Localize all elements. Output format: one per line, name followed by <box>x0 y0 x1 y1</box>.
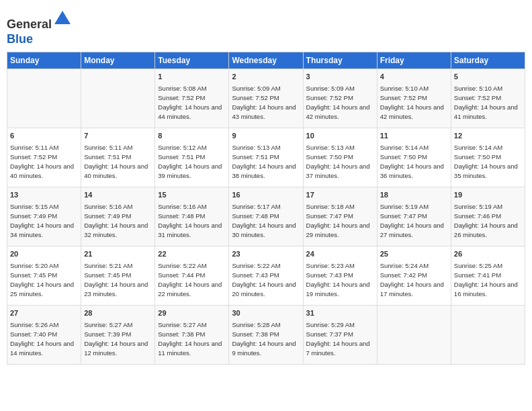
calendar-cell: 18Sunrise: 5:19 AM Sunset: 7:47 PM Dayli… <box>377 187 451 246</box>
week-row-3: 13Sunrise: 5:15 AM Sunset: 7:49 PM Dayli… <box>7 187 525 246</box>
day-info: Sunrise: 5:14 AM Sunset: 7:50 PM Dayligh… <box>454 144 518 179</box>
calendar-cell <box>81 69 155 128</box>
day-info: Sunrise: 5:09 AM Sunset: 7:52 PM Dayligh… <box>306 85 370 120</box>
weekday-sunday: Sunday <box>7 52 81 69</box>
calendar-cell: 26Sunrise: 5:25 AM Sunset: 7:41 PM Dayli… <box>451 246 525 306</box>
calendar-body: 1Sunrise: 5:08 AM Sunset: 7:52 PM Daylig… <box>7 69 525 365</box>
day-number: 2 <box>232 72 300 82</box>
day-info: Sunrise: 5:22 AM Sunset: 7:43 PM Dayligh… <box>232 262 296 298</box>
week-row-5: 27Sunrise: 5:26 AM Sunset: 7:40 PM Dayli… <box>7 306 525 365</box>
calendar-cell: 21Sunrise: 5:21 AM Sunset: 7:45 PM Dayli… <box>81 246 155 306</box>
day-info: Sunrise: 5:09 AM Sunset: 7:52 PM Dayligh… <box>232 85 296 120</box>
logo: General Blue <box>7 9 72 46</box>
day-info: Sunrise: 5:14 AM Sunset: 7:50 PM Dayligh… <box>380 144 444 179</box>
weekday-wednesday: Wednesday <box>229 52 303 69</box>
week-row-4: 20Sunrise: 5:20 AM Sunset: 7:45 PM Dayli… <box>7 246 525 306</box>
day-info: Sunrise: 5:11 AM Sunset: 7:51 PM Dayligh… <box>84 144 148 179</box>
day-info: Sunrise: 5:15 AM Sunset: 7:49 PM Dayligh… <box>10 203 74 238</box>
weekday-friday: Friday <box>377 52 451 69</box>
day-info: Sunrise: 5:13 AM Sunset: 7:50 PM Dayligh… <box>306 144 370 179</box>
day-info: Sunrise: 5:22 AM Sunset: 7:44 PM Dayligh… <box>158 262 222 298</box>
day-info: Sunrise: 5:20 AM Sunset: 7:45 PM Dayligh… <box>10 262 74 298</box>
calendar-cell: 15Sunrise: 5:16 AM Sunset: 7:48 PM Dayli… <box>155 187 229 246</box>
day-info: Sunrise: 5:28 AM Sunset: 7:38 PM Dayligh… <box>232 321 296 357</box>
day-info: Sunrise: 5:18 AM Sunset: 7:47 PM Dayligh… <box>306 203 370 238</box>
calendar-cell: 16Sunrise: 5:17 AM Sunset: 7:48 PM Dayli… <box>229 187 303 246</box>
calendar-cell: 28Sunrise: 5:27 AM Sunset: 7:39 PM Dayli… <box>81 306 155 365</box>
day-info: Sunrise: 5:25 AM Sunset: 7:41 PM Dayligh… <box>454 262 518 298</box>
day-info: Sunrise: 5:26 AM Sunset: 7:40 PM Dayligh… <box>10 321 74 357</box>
day-number: 18 <box>380 190 448 200</box>
day-number: 16 <box>232 190 300 200</box>
svg-rect-1 <box>60 19 65 24</box>
day-info: Sunrise: 5:19 AM Sunset: 7:46 PM Dayligh… <box>454 203 518 238</box>
calendar-cell: 6Sunrise: 5:11 AM Sunset: 7:52 PM Daylig… <box>7 128 81 187</box>
day-info: Sunrise: 5:10 AM Sunset: 7:52 PM Dayligh… <box>380 85 444 120</box>
calendar-cell <box>451 306 525 365</box>
day-number: 20 <box>10 249 78 259</box>
day-info: Sunrise: 5:11 AM Sunset: 7:52 PM Dayligh… <box>10 144 74 179</box>
day-number: 7 <box>84 131 152 141</box>
day-number: 27 <box>10 308 78 318</box>
calendar-cell: 13Sunrise: 5:15 AM Sunset: 7:49 PM Dayli… <box>7 187 81 246</box>
calendar-table: SundayMondayTuesdayWednesdayThursdayFrid… <box>7 52 525 365</box>
day-info: Sunrise: 5:29 AM Sunset: 7:37 PM Dayligh… <box>306 321 370 357</box>
day-info: Sunrise: 5:24 AM Sunset: 7:42 PM Dayligh… <box>380 262 444 298</box>
calendar-cell: 1Sunrise: 5:08 AM Sunset: 7:52 PM Daylig… <box>155 69 229 128</box>
week-row-1: 1Sunrise: 5:08 AM Sunset: 7:52 PM Daylig… <box>7 69 525 128</box>
day-number: 10 <box>306 131 374 141</box>
calendar-cell: 8Sunrise: 5:12 AM Sunset: 7:51 PM Daylig… <box>155 128 229 187</box>
calendar-cell: 20Sunrise: 5:20 AM Sunset: 7:45 PM Dayli… <box>7 246 81 306</box>
day-info: Sunrise: 5:23 AM Sunset: 7:43 PM Dayligh… <box>306 262 370 298</box>
calendar-cell: 22Sunrise: 5:22 AM Sunset: 7:44 PM Dayli… <box>155 246 229 306</box>
calendar-cell: 17Sunrise: 5:18 AM Sunset: 7:47 PM Dayli… <box>303 187 377 246</box>
day-number: 17 <box>306 190 374 200</box>
logo-general: General <box>7 17 52 31</box>
calendar-cell: 25Sunrise: 5:24 AM Sunset: 7:42 PM Dayli… <box>377 246 451 306</box>
calendar-cell: 30Sunrise: 5:28 AM Sunset: 7:38 PM Dayli… <box>229 306 303 365</box>
day-number: 30 <box>232 308 300 318</box>
logo-blue: Blue <box>7 32 33 46</box>
day-info: Sunrise: 5:10 AM Sunset: 7:52 PM Dayligh… <box>454 85 518 120</box>
calendar-cell: 27Sunrise: 5:26 AM Sunset: 7:40 PM Dayli… <box>7 306 81 365</box>
day-number: 5 <box>454 72 522 82</box>
calendar-cell: 31Sunrise: 5:29 AM Sunset: 7:37 PM Dayli… <box>303 306 377 365</box>
calendar-cell: 12Sunrise: 5:14 AM Sunset: 7:50 PM Dayli… <box>451 128 525 187</box>
calendar-cell: 7Sunrise: 5:11 AM Sunset: 7:51 PM Daylig… <box>81 128 155 187</box>
day-number: 11 <box>380 131 448 141</box>
calendar-cell: 23Sunrise: 5:22 AM Sunset: 7:43 PM Dayli… <box>229 246 303 306</box>
day-number: 31 <box>306 308 374 318</box>
day-info: Sunrise: 5:13 AM Sunset: 7:51 PM Dayligh… <box>232 144 296 179</box>
day-number: 26 <box>454 249 522 259</box>
day-info: Sunrise: 5:19 AM Sunset: 7:47 PM Dayligh… <box>380 203 444 238</box>
day-number: 28 <box>84 308 152 318</box>
calendar-cell: 2Sunrise: 5:09 AM Sunset: 7:52 PM Daylig… <box>229 69 303 128</box>
calendar-cell: 19Sunrise: 5:19 AM Sunset: 7:46 PM Dayli… <box>451 187 525 246</box>
calendar-cell: 11Sunrise: 5:14 AM Sunset: 7:50 PM Dayli… <box>377 128 451 187</box>
calendar-cell: 5Sunrise: 5:10 AM Sunset: 7:52 PM Daylig… <box>451 69 525 128</box>
day-info: Sunrise: 5:16 AM Sunset: 7:49 PM Dayligh… <box>84 203 148 238</box>
calendar-cell <box>7 69 81 128</box>
day-number: 4 <box>380 72 448 82</box>
day-number: 25 <box>380 249 448 259</box>
calendar-cell: 14Sunrise: 5:16 AM Sunset: 7:49 PM Dayli… <box>81 187 155 246</box>
day-number: 19 <box>454 190 522 200</box>
day-info: Sunrise: 5:16 AM Sunset: 7:48 PM Dayligh… <box>158 203 222 238</box>
day-number: 23 <box>232 249 300 259</box>
weekday-monday: Monday <box>81 52 155 69</box>
page-header: General Blue <box>7 7 525 46</box>
day-info: Sunrise: 5:12 AM Sunset: 7:51 PM Dayligh… <box>158 144 222 179</box>
logo-icon <box>53 9 72 28</box>
weekday-thursday: Thursday <box>303 52 377 69</box>
day-number: 9 <box>232 131 300 141</box>
day-info: Sunrise: 5:27 AM Sunset: 7:38 PM Dayligh… <box>158 321 222 357</box>
day-number: 12 <box>454 131 522 141</box>
day-number: 29 <box>158 308 226 318</box>
weekday-saturday: Saturday <box>451 52 525 69</box>
day-number: 21 <box>84 249 152 259</box>
week-row-2: 6Sunrise: 5:11 AM Sunset: 7:52 PM Daylig… <box>7 128 525 187</box>
day-number: 3 <box>306 72 374 82</box>
day-number: 15 <box>158 190 226 200</box>
calendar-cell: 9Sunrise: 5:13 AM Sunset: 7:51 PM Daylig… <box>229 128 303 187</box>
day-info: Sunrise: 5:17 AM Sunset: 7:48 PM Dayligh… <box>232 203 296 238</box>
